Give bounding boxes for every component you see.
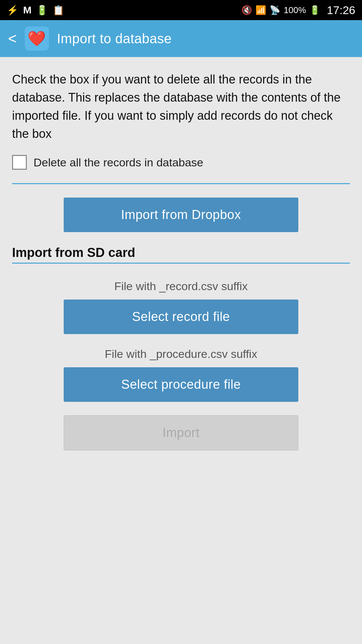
status-bar: ⚡ M 🔋 📋 🔇 📶 📡 100% 🔋 17:26 bbox=[0, 0, 362, 20]
app-icon: ❤️ bbox=[25, 26, 49, 51]
select-record-file-button[interactable]: Select record file bbox=[64, 300, 298, 334]
import-button[interactable]: Import bbox=[64, 415, 298, 450]
clipboard-icon: 📋 bbox=[53, 5, 64, 16]
procedure-suffix-label: File with _procedure.csv suffix bbox=[12, 347, 350, 361]
import-dropbox-button[interactable]: Import from Dropbox bbox=[64, 198, 298, 232]
battery-icon: 🔋 bbox=[309, 5, 320, 15]
status-bar-left-icons: ⚡ M 🔋 📋 bbox=[7, 4, 64, 16]
heart-icon: ❤️ bbox=[27, 30, 46, 47]
signal-icon: 📡 bbox=[269, 5, 280, 15]
delete-records-checkbox[interactable] bbox=[12, 155, 27, 170]
usb-icon: ⚡ bbox=[7, 5, 18, 16]
import-sdcard-heading: Import from SD card bbox=[12, 246, 350, 260]
app-bar: < ❤️ Import to database bbox=[0, 20, 362, 57]
description-text: Check the box if you want to delete all … bbox=[12, 70, 350, 143]
main-content: Check the box if you want to delete all … bbox=[0, 57, 362, 644]
wifi-icon: 📶 bbox=[255, 5, 266, 15]
back-button[interactable]: < bbox=[8, 30, 17, 47]
battery-percent-icon: 🔋 bbox=[36, 5, 48, 16]
divider-1 bbox=[12, 183, 350, 184]
divider-2 bbox=[12, 263, 350, 264]
page-title: Import to database bbox=[57, 31, 172, 46]
status-bar-right-icons: 🔇 📶 📡 100% 🔋 17:26 bbox=[241, 4, 355, 17]
delete-records-row[interactable]: Delete all the records in database bbox=[12, 155, 350, 170]
status-time: 17:26 bbox=[327, 4, 355, 17]
select-procedure-file-button[interactable]: Select procedure file bbox=[64, 367, 298, 402]
mute-icon: 🔇 bbox=[241, 5, 252, 15]
battery-percent-label: 100% bbox=[284, 5, 306, 15]
record-suffix-label: File with _record.csv suffix bbox=[12, 280, 350, 293]
delete-records-label: Delete all the records in database bbox=[34, 156, 203, 169]
mail-icon: M bbox=[23, 4, 32, 16]
